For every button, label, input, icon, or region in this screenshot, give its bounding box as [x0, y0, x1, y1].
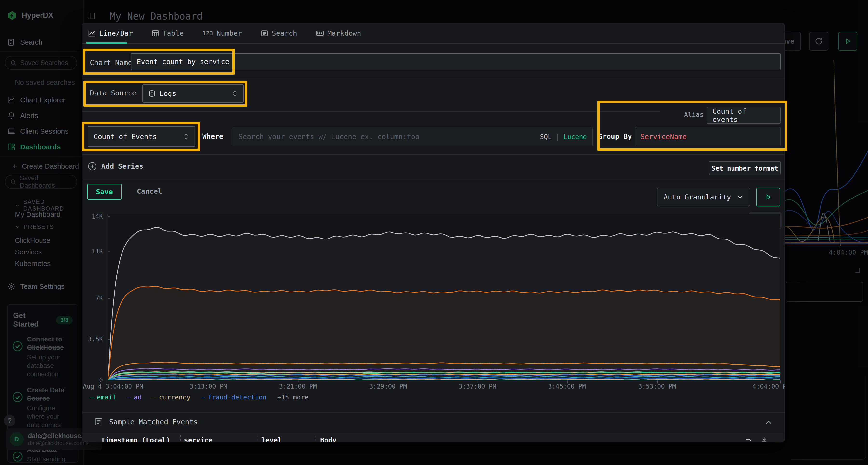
line-chart-icon [88, 29, 96, 37]
timeseries-chart[interactable] [107, 214, 780, 380]
where-search-input[interactable]: Search your events w/ Lucene ex. column:… [233, 127, 593, 146]
tab-markdown[interactable]: Markdown [316, 29, 361, 37]
cancel-button[interactable]: Cancel [134, 184, 165, 199]
column-header[interactable]: level [261, 436, 282, 442]
granularity-select[interactable]: Auto Granularity [657, 188, 750, 206]
divider [82, 412, 784, 413]
column-separator [257, 435, 258, 442]
sample-events-header[interactable]: Sample Matched Events [94, 418, 198, 426]
play-icon [765, 194, 772, 201]
run-query-button[interactable] [756, 188, 780, 206]
annotation-box-aggregation [82, 122, 200, 151]
x-tick-label: 3:53:00 PM [638, 383, 676, 390]
add-series-button[interactable]: Add Series [88, 162, 144, 171]
events-table-header: Timestamp (Local) service level Body [82, 433, 784, 442]
annotation-box-chart-name [83, 49, 235, 75]
y-tick-label: 3.5K [82, 336, 103, 343]
legend-swatch: — [152, 393, 156, 401]
divider [82, 155, 784, 155]
number-123-icon: 123 [203, 30, 213, 36]
download-icon[interactable] [760, 435, 768, 442]
chart-legend: —email —ad —currency —fraud-detection +1… [90, 393, 309, 401]
tab-table[interactable]: Table [152, 29, 184, 37]
chevron-up-icon [765, 419, 773, 427]
x-tick-label: 3:21:00 PM [279, 383, 317, 390]
annotation-box-group-by [597, 101, 787, 151]
save-button[interactable]: Save [87, 184, 122, 200]
legend-swatch: — [127, 393, 131, 401]
column-separator [316, 435, 316, 442]
legend-item: —currency [152, 393, 190, 401]
sql-toggle[interactable]: SQL [540, 133, 552, 140]
app-root: HyperDX Search Saved Searches No saved s… [0, 0, 868, 465]
x-tick-label: 3:13:00 PM [189, 383, 227, 390]
column-separator [180, 435, 181, 442]
y-tick-label: 14K [82, 213, 103, 220]
legend-swatch: — [201, 393, 205, 401]
search-doc-icon [261, 29, 268, 37]
collapse-section-button[interactable] [765, 419, 773, 427]
legend-more-link[interactable]: +15 more [277, 393, 309, 401]
set-number-format-button[interactable]: Set number format [709, 161, 781, 175]
where-placeholder: Search your events w/ Lucene ex. column:… [239, 133, 420, 141]
y-tick-label: 0 [82, 376, 103, 384]
markdown-icon [316, 29, 324, 37]
chevron-down-icon [737, 194, 744, 200]
divider [82, 111, 660, 111]
tab-line-bar[interactable]: Line/Bar [88, 29, 133, 37]
legend-item: —email [90, 393, 117, 401]
legend-swatch: — [90, 393, 94, 401]
table-options-icon[interactable] [745, 435, 752, 442]
circle-plus-icon [88, 162, 97, 171]
x-tick-label: Aug 4 3:04:00 PM [83, 383, 143, 390]
event-list-icon [94, 418, 103, 426]
x-tick-label: 3:37:00 PM [459, 383, 496, 390]
x-tick-label: 4:04:00 PM [752, 383, 785, 390]
chart-type-tabs: Line/Bar Table 123 Number Search [82, 23, 784, 44]
lucene-toggle[interactable]: Lucene [563, 133, 587, 140]
divider [82, 78, 784, 78]
divider [82, 181, 784, 181]
legend-item: —ad [127, 393, 142, 401]
column-header[interactable]: service [184, 436, 212, 442]
x-tick-label: 3:29:00 PM [369, 383, 407, 390]
active-tab-underline [86, 42, 127, 44]
table-icon [152, 29, 159, 37]
y-tick-label: 11K [82, 248, 103, 255]
legend-item: —fraud-detection [201, 393, 267, 401]
y-tick-label: 7K [82, 295, 103, 302]
tab-search[interactable]: Search [261, 29, 297, 37]
x-axis-labels: Aug 4 3:04:00 PM3:13:00 PM3:21:00 PM3:29… [107, 380, 780, 391]
tab-number[interactable]: 123 Number [203, 29, 242, 37]
column-header[interactable]: Body [320, 436, 336, 442]
column-header[interactable]: Timestamp (Local) [101, 436, 170, 442]
where-label: Where [202, 132, 223, 140]
annotation-box-data-source [84, 81, 247, 107]
x-tick-label: 3:45:00 PM [548, 383, 586, 390]
